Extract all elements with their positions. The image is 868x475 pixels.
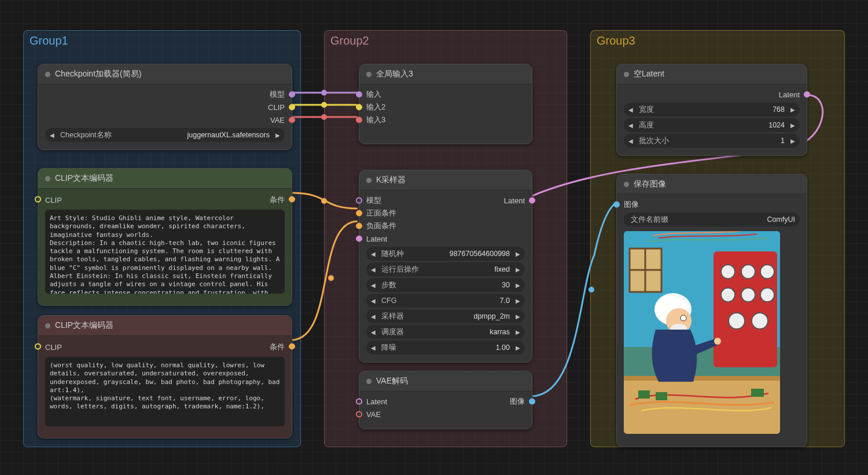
port-dot-icon[interactable] [356, 92, 362, 98]
input-latent-port[interactable] [356, 399, 362, 405]
collapse-dot-icon[interactable] [366, 72, 372, 77]
chevron-left-icon[interactable]: ◀ [370, 329, 377, 335]
input-2[interactable]: 输入2 [359, 101, 532, 114]
node-empty-latent[interactable]: 空Latent Latent ◀ 宽度 768 ▶ ◀ 高度 1024 ▶ ◀ … [616, 64, 807, 156]
node-header[interactable]: CLIP文本编码器 [38, 316, 292, 336]
node-header[interactable]: K采样器 [359, 170, 532, 191]
input-3[interactable]: 输入3 [359, 114, 532, 126]
node-title: CLIP文本编码器 [55, 173, 113, 184]
port-dot-icon[interactable] [289, 104, 295, 111]
node-title: Checkpoint加载器(简易) [55, 69, 141, 79]
node-vae-decode[interactable]: VAE解码 Latent 图像 VAE [359, 371, 532, 429]
port-dot-icon[interactable] [289, 117, 295, 123]
group-3-title: Group3 [597, 34, 635, 48]
port-dot-icon[interactable] [289, 92, 295, 98]
node-save-image[interactable]: 保存图像 图像 文件名前缀 ComfyUI [616, 174, 807, 447]
output-conditioning-port[interactable] [289, 196, 295, 203]
input-clip-port[interactable] [35, 196, 41, 203]
chevron-right-icon[interactable]: ▶ [514, 266, 521, 273]
widget-steps[interactable]: ◀ 步数 30 ▶ [366, 278, 525, 292]
output-conditioning-port[interactable] [289, 344, 295, 350]
collapse-dot-icon[interactable] [45, 176, 50, 181]
widget-seed[interactable]: ◀ 随机种 987670564600998 ▶ [366, 247, 525, 261]
port-dot-icon[interactable] [356, 236, 362, 242]
port-dot-icon[interactable] [356, 411, 362, 418]
chevron-left-icon[interactable]: ◀ [370, 282, 377, 288]
output-clip[interactable]: CLIP [38, 101, 292, 114]
chevron-right-icon[interactable]: ▶ [514, 282, 521, 288]
port-dot-icon[interactable] [804, 92, 810, 98]
chevron-left-icon[interactable]: ◀ [370, 345, 377, 351]
port-dot-icon[interactable] [613, 202, 620, 208]
prompt-textarea[interactable]: Art Style: Studio Ghibli anime style, Wa… [45, 210, 285, 294]
collapse-dot-icon[interactable] [366, 178, 372, 183]
node-global-input[interactable]: 全局输入3 输入 输入2 输入3 [359, 64, 532, 144]
output-vae[interactable]: VAE [38, 114, 292, 126]
svg-point-16 [741, 288, 755, 302]
input-1[interactable]: 输入 [359, 88, 532, 101]
widget-height[interactable]: ◀ 高度 1024 ▶ [624, 118, 800, 132]
output-latent[interactable]: Latent [617, 88, 807, 101]
output-latent-port[interactable] [529, 198, 535, 204]
chevron-right-icon[interactable]: ▶ [789, 138, 796, 144]
collapse-dot-icon[interactable] [624, 182, 629, 187]
input-positive[interactable]: 正面条件 [359, 207, 532, 220]
widget-denoise[interactable]: ◀ 降噪 1.00 ▶ [366, 341, 525, 355]
widget-width[interactable]: ◀ 宽度 768 ▶ [624, 103, 800, 116]
collapse-dot-icon[interactable] [45, 72, 50, 77]
collapse-dot-icon[interactable] [366, 379, 372, 384]
output-image-port[interactable] [529, 399, 535, 405]
node-clip-text-encode-negative[interactable]: CLIP文本编码器 CLIP 条件 (worst quality, low qu… [38, 315, 292, 439]
group-2-title: Group2 [330, 34, 369, 48]
input-image[interactable]: 图像 [617, 198, 807, 211]
chevron-right-icon[interactable]: ▶ [789, 107, 796, 113]
collapse-dot-icon[interactable] [45, 323, 50, 328]
chevron-left-icon[interactable]: ◀ [370, 298, 377, 304]
widget-cfg[interactable]: ◀ CFG 7.0 ▶ [366, 294, 525, 308]
chevron-left-icon[interactable]: ◀ [627, 138, 634, 144]
widget-checkpoint-name[interactable]: ◀ Checkpoint名称 juggernautXL.safetensors … [45, 128, 285, 142]
chevron-right-icon[interactable]: ▶ [514, 298, 521, 304]
chevron-right-icon[interactable]: ▶ [514, 313, 521, 320]
output-image-preview[interactable] [624, 231, 780, 434]
input-negative[interactable]: 负面条件 [359, 220, 532, 232]
chevron-right-icon[interactable]: ▶ [514, 329, 521, 335]
widget-batch-size[interactable]: ◀ 批次大小 1 ▶ [624, 134, 800, 148]
chevron-right-icon[interactable]: ▶ [274, 132, 281, 138]
node-ksampler[interactable]: K采样器 模型 Latent 正面条件 负面条件 Latent ◀ 随机种 98… [359, 170, 532, 363]
port-dot-icon[interactable] [356, 117, 362, 123]
chevron-right-icon[interactable]: ▶ [789, 122, 796, 129]
input-vae[interactable]: VAE [359, 408, 532, 421]
prompt-textarea[interactable]: (worst quality, low quality, normal qual… [45, 357, 285, 426]
port-dot-icon[interactable] [356, 104, 362, 111]
collapse-dot-icon[interactable] [624, 72, 629, 77]
node-header[interactable]: VAE解码 [359, 371, 532, 392]
chevron-right-icon[interactable]: ▶ [514, 251, 521, 257]
output-model[interactable]: 模型 [38, 88, 292, 101]
chevron-left-icon[interactable]: ◀ [370, 313, 377, 320]
chevron-left-icon[interactable]: ◀ [370, 266, 377, 273]
node-clip-text-encode-positive[interactable]: CLIP文本编码器 CLIP 条件 Art Style: Studio Ghib… [38, 168, 292, 306]
port-dot-icon[interactable] [356, 223, 362, 229]
widget-scheduler[interactable]: ◀ 调度器 karras ▶ [366, 325, 525, 339]
chevron-left-icon[interactable]: ◀ [627, 107, 634, 113]
node-header[interactable]: CLIP文本编码器 [38, 169, 292, 189]
chevron-right-icon[interactable]: ▶ [514, 345, 521, 351]
input-model-port[interactable] [356, 198, 362, 204]
chevron-left-icon[interactable]: ◀ [49, 132, 56, 138]
widget-sampler[interactable]: ◀ 采样器 dpmpp_2m ▶ [366, 309, 525, 323]
input-latent[interactable]: Latent [359, 232, 532, 245]
input-clip-port[interactable] [35, 344, 41, 350]
chevron-left-icon[interactable]: ◀ [627, 122, 634, 129]
widget-control-after-generate[interactable]: ◀ 运行后操作 fixed ▶ [366, 262, 525, 276]
widget-filename-prefix[interactable]: 文件名前缀 ComfyUI [624, 213, 800, 226]
node-header[interactable]: 空Latent [617, 64, 807, 85]
node-checkpoint-loader[interactable]: Checkpoint加载器(简易) 模型 CLIP VAE ◀ Checkpoi… [38, 64, 292, 150]
svg-point-27 [714, 338, 721, 345]
port-dot-icon[interactable] [356, 210, 362, 217]
node-header[interactable]: Checkpoint加载器(简易) [38, 64, 292, 85]
node-header[interactable]: 全局输入3 [359, 64, 532, 85]
port-row-clip-cond: CLIP 条件 [38, 339, 292, 353]
node-header[interactable]: 保存图像 [617, 174, 807, 195]
chevron-left-icon[interactable]: ◀ [370, 251, 377, 257]
